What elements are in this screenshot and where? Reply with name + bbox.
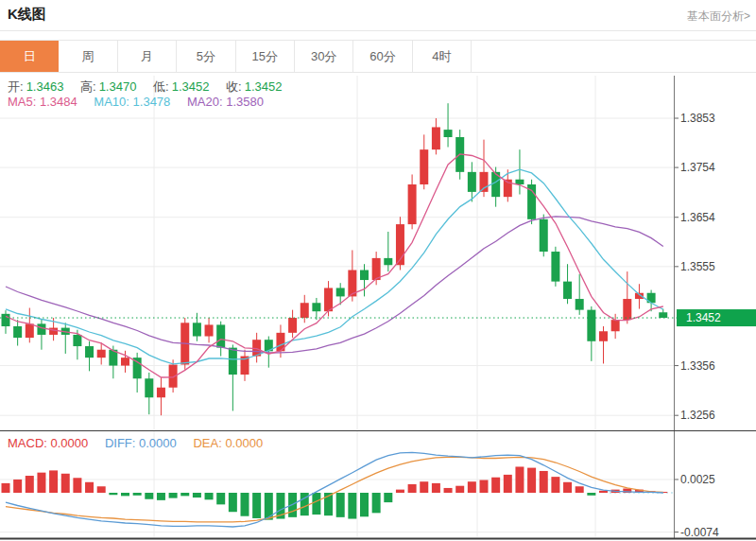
high-item: 高:1.3470 bbox=[80, 79, 136, 94]
high-label: 高: bbox=[80, 79, 96, 94]
ohlc-legend: 开:1.3463 高:1.3470 低:1.3452 收:1.3452 bbox=[8, 79, 295, 96]
close-item: 收:1.3452 bbox=[226, 79, 282, 94]
low-item: 低:1.3452 bbox=[153, 79, 209, 94]
macd-label: MACD: bbox=[8, 436, 47, 450]
interval-tabs: 日周月5分15分30分60分4时 bbox=[0, 40, 756, 73]
macd-item: MACD: 0.0000 bbox=[8, 436, 88, 450]
macd-legend: MACD: 0.0000 DIFF: 0.0000 DEA: 0.0000 bbox=[8, 436, 276, 450]
tab-15min[interactable]: 15分 bbox=[236, 41, 295, 72]
low-value: 1.3452 bbox=[172, 79, 210, 94]
low-label: 低: bbox=[153, 79, 169, 94]
current-price-value: 1.3452 bbox=[686, 311, 721, 324]
ma10-value: 1.3478 bbox=[133, 95, 171, 109]
open-value: 1.3463 bbox=[26, 79, 64, 94]
tab-month[interactable]: 月 bbox=[118, 41, 177, 72]
macd-axis-label: -0.0074 bbox=[680, 526, 719, 539]
high-value: 1.3470 bbox=[99, 79, 137, 94]
ma-legend: MA5: 1.3484 MA10: 1.3478 MA20: 1.3580 bbox=[8, 95, 277, 109]
ma10-label: MA10: bbox=[94, 95, 129, 109]
page-title: K线图 bbox=[8, 6, 46, 24]
price-axis-label: 1.3754 bbox=[680, 161, 715, 174]
dea-label: DEA: bbox=[193, 436, 221, 450]
diff-label: DIFF: bbox=[105, 436, 136, 450]
macd-axis-label: 0.0025 bbox=[680, 473, 715, 486]
fundamental-analysis-link[interactable]: 基本面分析> bbox=[687, 9, 750, 25]
dea-value: 0.0000 bbox=[225, 436, 263, 450]
ma5-label: MA5: bbox=[8, 95, 36, 109]
price-axis-label: 1.3256 bbox=[680, 409, 715, 422]
price-axis-label: 1.3356 bbox=[680, 359, 715, 373]
ma5-item: MA5: 1.3484 bbox=[8, 95, 77, 109]
open-label: 开: bbox=[8, 79, 24, 94]
ma20-value: 1.3580 bbox=[226, 95, 264, 109]
dea-item: DEA: 0.0000 bbox=[193, 436, 263, 450]
close-label: 收: bbox=[226, 79, 242, 94]
tab-4hour[interactable]: 4时 bbox=[413, 41, 472, 72]
tab-30min[interactable]: 30分 bbox=[295, 41, 353, 72]
ma10-item: MA10: 1.3478 bbox=[94, 95, 170, 109]
close-value: 1.3452 bbox=[245, 79, 283, 94]
macd-value: 0.0000 bbox=[51, 436, 89, 450]
tab-60min[interactable]: 60分 bbox=[353, 41, 412, 72]
header: K线图 基本面分析> bbox=[0, 0, 756, 31]
diff-item: DIFF: 0.0000 bbox=[105, 436, 177, 450]
tab-5min[interactable]: 5分 bbox=[177, 41, 235, 72]
price-axis-label: 1.3853 bbox=[680, 112, 715, 125]
price-axis-label: 1.3555 bbox=[680, 260, 715, 273]
ma20-item: MA20: 1.3580 bbox=[187, 95, 264, 109]
price-axis-label: 1.3654 bbox=[680, 211, 715, 224]
tab-day[interactable]: 日 bbox=[0, 41, 59, 72]
diff-value: 0.0000 bbox=[139, 436, 177, 450]
tab-week[interactable]: 周 bbox=[59, 41, 117, 72]
ma20-label: MA20: bbox=[187, 95, 223, 109]
chart-area: 1.38531.37541.36541.35551.33561.32561.34… bbox=[0, 74, 756, 541]
ma5-value: 1.3484 bbox=[40, 95, 77, 109]
open-item: 开:1.3463 bbox=[8, 79, 63, 94]
price-chart-canvas[interactable]: 1.38531.37541.36541.35551.33561.32561.34… bbox=[0, 74, 756, 431]
